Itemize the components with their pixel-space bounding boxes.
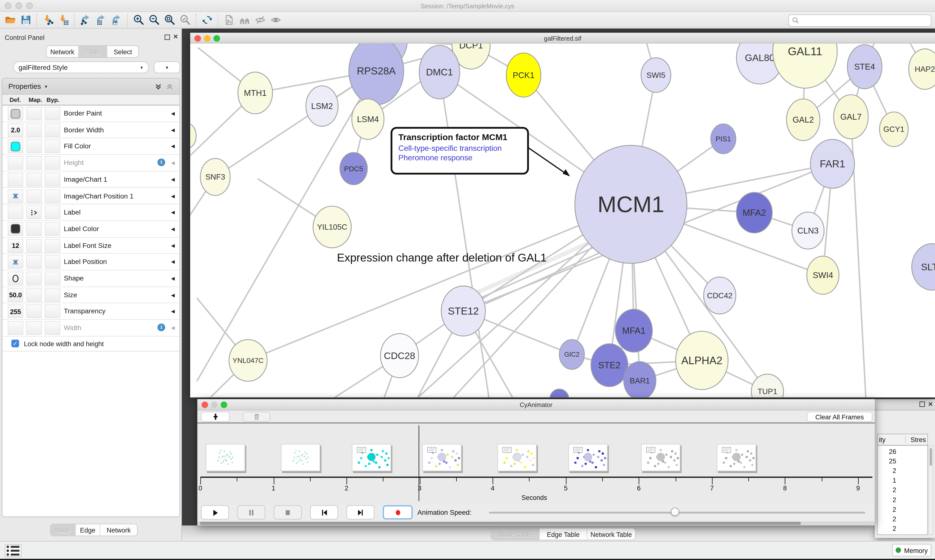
refresh-button[interactable] xyxy=(199,13,215,27)
network-node-swi5[interactable]: SWI5 xyxy=(641,58,671,92)
network-node-hap2[interactable]: HAP2 xyxy=(909,49,935,89)
network-node-rps28a[interactable]: RPS28A xyxy=(349,43,404,105)
network-node-gcy1[interactable]: GCY1 xyxy=(879,112,908,146)
tab-edge-table[interactable]: Edge Table xyxy=(540,528,587,540)
annotation-link[interactable]: Pheromone response xyxy=(398,153,521,162)
network-node-dmc1[interactable]: DMC1 xyxy=(419,45,460,99)
column-header[interactable]: ity xyxy=(879,436,886,443)
timeline-frame-5[interactable] xyxy=(497,444,537,471)
info-icon[interactable]: i xyxy=(157,158,165,166)
search-input[interactable] xyxy=(799,15,931,25)
mapping-value-cell[interactable] xyxy=(26,173,42,186)
results-cell[interactable]: 26 xyxy=(877,448,896,455)
network-node-gic2[interactable]: GIC2 xyxy=(559,340,585,369)
properties-header[interactable]: Properties ▼ xyxy=(2,78,179,95)
tab-node-table[interactable]: Node Table xyxy=(491,528,540,540)
results-cell[interactable]: 1 xyxy=(877,477,896,484)
timeline-frame-2[interactable] xyxy=(281,444,320,471)
animation-speed-thumb[interactable] xyxy=(671,508,679,516)
network-node-bar1[interactable]: BAR1 xyxy=(624,362,656,397)
expand-row-icon[interactable]: ◀ xyxy=(171,194,174,199)
bypass-value-cell[interactable] xyxy=(45,106,60,120)
timeline-frame-3[interactable] xyxy=(352,444,391,471)
network-node-swi4[interactable]: SWI4 xyxy=(807,256,839,294)
property-row-border-width[interactable]: 2.0Border Width◀ xyxy=(2,122,179,138)
zoom-selected-button[interactable] xyxy=(177,13,193,27)
play-button[interactable] xyxy=(201,505,229,520)
expand-row-icon[interactable]: ◀ xyxy=(171,276,174,281)
expand-row-icon[interactable]: ◀ xyxy=(171,309,174,314)
delete-frame-button[interactable] xyxy=(243,412,270,422)
mapping-value-cell[interactable] xyxy=(26,305,42,318)
import-network-button[interactable] xyxy=(40,13,56,27)
bypass-value-cell[interactable] xyxy=(45,305,60,318)
clear-all-frames-button[interactable]: Clear All Frames xyxy=(807,412,872,422)
results-scrollbar[interactable] xyxy=(929,446,933,535)
expand-row-icon[interactable]: ◀ xyxy=(171,111,174,116)
property-row-height[interactable]: Heighti◀ xyxy=(2,155,179,171)
property-row-label-font-size[interactable]: 12Label Font Size◀ xyxy=(2,237,179,254)
default-value-cell[interactable] xyxy=(8,173,23,186)
network-node-partial[interactable] xyxy=(550,389,569,397)
results-cell[interactable]: 2 xyxy=(877,467,896,474)
stop-button[interactable] xyxy=(274,505,302,520)
mapping-value-cell[interactable] xyxy=(26,222,42,236)
bypass-value-cell[interactable] xyxy=(45,321,60,335)
network-node-pck1[interactable]: PCK1 xyxy=(506,53,541,97)
property-row-transparency[interactable]: 255Transparency◀ xyxy=(2,303,179,320)
hide-details-button[interactable] xyxy=(252,13,268,27)
search-field[interactable] xyxy=(788,14,932,26)
style-options-button[interactable]: ▼ xyxy=(154,61,180,73)
close-panel-icon[interactable]: ✕ xyxy=(173,34,178,39)
tab-node[interactable]: Node xyxy=(51,524,76,536)
network-node-lsm4[interactable]: LSM4 xyxy=(352,99,384,140)
bypass-value-cell[interactable] xyxy=(45,189,60,203)
bypass-value-cell[interactable] xyxy=(45,123,60,137)
network-node-mfa2[interactable]: MFA2 xyxy=(736,192,772,233)
property-row-label[interactable]: Label◀ xyxy=(2,205,179,221)
default-value-cell[interactable]: 255 xyxy=(8,305,23,318)
tab-edge[interactable]: Edge xyxy=(76,524,100,536)
export-image-button[interactable] xyxy=(109,13,124,27)
mapping-value-cell[interactable] xyxy=(26,255,42,269)
mapping-value-cell[interactable] xyxy=(26,206,42,219)
memory-button[interactable]: Memory xyxy=(892,544,932,556)
network-edge[interactable] xyxy=(440,72,489,397)
zoom-out-button[interactable] xyxy=(146,13,162,27)
export-table-button[interactable] xyxy=(93,13,109,27)
network-node-ynl047c[interactable]: YNL047C xyxy=(229,340,267,381)
network-node-pis1[interactable]: PIS1 xyxy=(711,124,736,154)
default-value-cell[interactable]: 2.0 xyxy=(8,123,23,137)
property-row-image-chart-position-1[interactable]: Image/Chart Position 1◀ xyxy=(2,188,179,205)
mapping-value-cell[interactable] xyxy=(26,123,42,137)
network-node-tup1[interactable]: TUP1 xyxy=(751,374,784,397)
network-node-far1[interactable]: FAR1 xyxy=(810,139,855,188)
results-cell[interactable]: 2 xyxy=(877,525,896,532)
timeline-frame-7[interactable] xyxy=(641,444,680,471)
float-panel-icon[interactable] xyxy=(165,35,170,40)
bypass-value-cell[interactable] xyxy=(45,272,60,285)
property-row-image-chart-1[interactable]: Image/Chart 1◀ xyxy=(2,171,179,188)
float-panel-icon[interactable] xyxy=(920,402,925,407)
network-node-yil105c[interactable]: YIL105C xyxy=(313,206,351,248)
network-node-cln3[interactable]: CLN3 xyxy=(792,212,824,249)
cyanimator-hscrollbar[interactable] xyxy=(197,521,875,525)
bypass-value-cell[interactable] xyxy=(45,156,60,170)
network-canvas[interactable]: RPS28BDCP1RPS28ADMC1PCK1SWI5GAL80GAL11ST… xyxy=(190,43,935,397)
info-icon[interactable]: i xyxy=(157,323,165,331)
expand-row-icon[interactable]: ◀ xyxy=(171,325,174,331)
cyanimator-titlebar[interactable]: CyAnimator xyxy=(197,399,875,411)
default-value-cell[interactable] xyxy=(8,189,23,203)
network-node-ste12[interactable]: STE12 xyxy=(441,286,485,336)
tab-network[interactable]: Network xyxy=(46,46,79,57)
pause-button[interactable] xyxy=(238,505,265,520)
close-panel-icon[interactable]: ✕ xyxy=(928,402,933,407)
mapping-value-cell[interactable] xyxy=(26,238,42,252)
collapse-all-icon[interactable] xyxy=(166,83,174,90)
column-header[interactable]: Stres xyxy=(905,436,926,443)
cyanimator-timeline[interactable]: 0123456789 Seconds xyxy=(197,423,875,505)
expand-row-icon[interactable]: ◀ xyxy=(171,177,174,182)
results-cell[interactable]: 2 xyxy=(877,486,896,493)
network-node-cdc42[interactable]: CDC42 xyxy=(704,277,736,314)
property-row-shape[interactable]: Shape◀ xyxy=(2,271,179,287)
